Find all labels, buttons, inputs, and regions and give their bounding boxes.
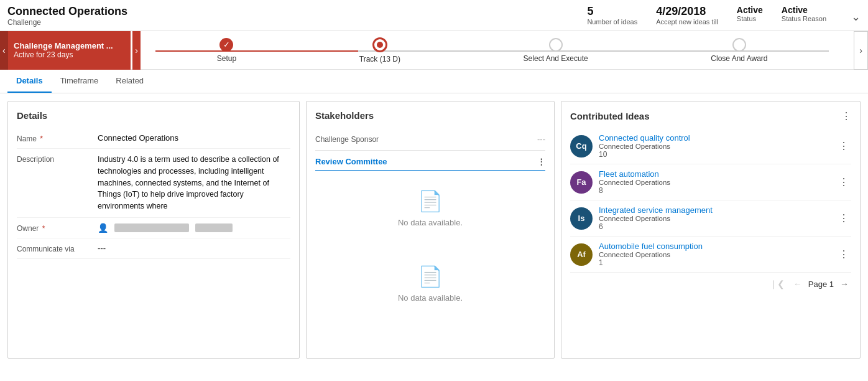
progress-next-button[interactable]: ›: [854, 31, 868, 70]
step-circle-close: [732, 38, 746, 52]
idea-row[interactable]: Fa Fleet automation Connected Operations…: [570, 164, 851, 200]
page-first-button[interactable]: ❘❮: [767, 278, 787, 290]
step-circle-select: [549, 38, 563, 52]
idea-menu-button[interactable]: ⋮: [836, 211, 851, 225]
review-committee-menu[interactable]: ⋮: [537, 157, 545, 166]
checkmark-icon: [223, 40, 230, 49]
idea-info: Fleet automation Connected Operations 8: [599, 169, 830, 195]
idea-sub: Connected Operations: [599, 143, 830, 150]
ideas-panel-menu[interactable]: ⋮: [841, 110, 851, 122]
details-panel-title: Details: [17, 110, 290, 121]
step-circle-setup: [219, 38, 233, 52]
page-title: Connected Operations: [7, 5, 127, 18]
idea-info: Automobile fuel consumption Connected Op…: [599, 242, 830, 267]
page-next-button[interactable]: →: [838, 278, 851, 290]
sponsor-value: ---: [537, 134, 545, 144]
idea-name[interactable]: Connected quality control: [599, 133, 830, 143]
field-value-description[interactable]: Industry 4.0 is a term used to describe …: [98, 154, 290, 212]
tab-bar: Details Timeframe Related: [0, 70, 868, 93]
idea-count: 10: [599, 150, 830, 159]
idea-menu-button[interactable]: ⋮: [836, 139, 851, 153]
progress-sidebar: ‹ Challenge Management ... Active for 23…: [0, 31, 131, 70]
stakeholders-panel: Stakeholders Challenge Sponsor --- Revie…: [306, 101, 555, 359]
owner-name-blurred: [114, 223, 189, 232]
step-label-close: Close And Award: [711, 54, 767, 63]
page-prev-button[interactable]: ←: [791, 278, 805, 290]
idea-avatar: Fa: [570, 171, 593, 194]
step-select[interactable]: Select And Execute: [524, 38, 588, 63]
progress-subtitle: Active for 23 days: [14, 50, 123, 59]
idea-row[interactable]: Is Integrated service management Connect…: [570, 200, 851, 237]
idea-count: 6: [599, 222, 830, 231]
page-subtitle: Challenge: [7, 18, 127, 27]
owner-row: 👤: [98, 223, 290, 233]
status-item: Active Status: [737, 5, 763, 22]
progress-track: Setup Track (13 D) Select And Execute Cl…: [131, 31, 854, 70]
idea-avatar: Cq: [570, 135, 593, 158]
tab-timeframe[interactable]: Timeframe: [52, 70, 108, 93]
idea-count: 8: [599, 186, 830, 195]
progress-line-active: [155, 50, 358, 52]
idea-row[interactable]: Cq Connected quality control Connected O…: [570, 128, 851, 164]
progress-prev-button[interactable]: ‹: [0, 31, 8, 70]
owner-name-blurred-2: [195, 223, 233, 232]
header: Connected Operations Challenge 5 Number …: [0, 0, 868, 31]
idea-info: Connected quality control Connected Oper…: [599, 133, 830, 159]
review-committee-no-data: 📄 No data available.: [315, 171, 545, 246]
progress-title: Challenge Management ...: [14, 41, 123, 50]
review-committee-label: Review Committee: [315, 157, 387, 166]
review-committee-section: Review Committee ⋮: [315, 151, 545, 171]
field-label-owner: Owner *: [17, 223, 98, 233]
status-group: Active Status Active Status Reason: [737, 5, 826, 22]
field-label-name: Name *: [17, 133, 98, 143]
progress-sidebar-next-button[interactable]: ›: [132, 31, 141, 70]
sponsor-label: Challenge Sponsor: [315, 135, 537, 144]
idea-name[interactable]: Automobile fuel consumption: [599, 242, 830, 251]
ideas-panel-title: Contributed Ideas: [570, 111, 650, 121]
no-data-text-committee: No data available.: [398, 218, 463, 227]
idea-menu-button[interactable]: ⋮: [836, 175, 851, 189]
idea-sub: Connected Operations: [599, 215, 830, 222]
step-label-select: Select And Execute: [524, 54, 588, 63]
field-value-name[interactable]: Connected Operations: [98, 133, 290, 143]
no-data-icon-committee: 📄: [418, 189, 443, 213]
required-mark-owner: *: [40, 224, 45, 233]
idea-row[interactable]: Af Automobile fuel consumption Connected…: [570, 237, 851, 273]
accept-date: 4/29/2018 Accept new ideas till: [656, 5, 718, 26]
contributed-ideas-panel: Contributed Ideas ⋮ Cq Connected quality…: [561, 101, 861, 359]
progress-section: ‹ Challenge Management ... Active for 23…: [0, 31, 868, 70]
details-panel: Details Name * Connected Operations Desc…: [7, 101, 300, 359]
idea-name[interactable]: Integrated service management: [599, 205, 830, 215]
idea-sub: Connected Operations: [599, 179, 830, 186]
required-mark: *: [38, 134, 43, 143]
step-track[interactable]: Track (13 D): [359, 37, 400, 64]
idea-info: Integrated service management Connected …: [599, 205, 830, 231]
field-owner: Owner * 👤: [17, 218, 290, 238]
ideas-list: Cq Connected quality control Connected O…: [570, 128, 851, 273]
field-name: Name * Connected Operations: [17, 128, 290, 149]
idea-count: 1: [599, 258, 830, 267]
idea-menu-button[interactable]: ⋮: [836, 247, 851, 261]
tab-related[interactable]: Related: [107, 70, 152, 93]
no-data-text-sponsor: No data available.: [398, 293, 463, 303]
tab-details[interactable]: Details: [7, 70, 52, 93]
person-icon: 👤: [98, 223, 108, 233]
step-close[interactable]: Close And Award: [711, 38, 767, 63]
field-label-communicate: Communicate via: [17, 243, 98, 253]
sponsor-row: Challenge Sponsor ---: [315, 128, 545, 151]
step-setup[interactable]: Setup: [217, 38, 236, 63]
field-communicate: Communicate via ---: [17, 238, 290, 259]
field-description: Description Industry 4.0 is a term used …: [17, 149, 290, 218]
idea-name[interactable]: Fleet automation: [599, 169, 830, 179]
step-label-track: Track (13 D): [359, 55, 400, 64]
ideas-count: 5 Number of ideas: [587, 5, 637, 26]
field-value-owner[interactable]: 👤: [98, 223, 290, 233]
expand-icon[interactable]: ⌄: [851, 10, 861, 24]
step-label-setup: Setup: [217, 54, 236, 63]
sponsor-no-data: 📄 No data available.: [315, 246, 545, 321]
page-label: Page 1: [808, 280, 834, 289]
step-circle-track: [372, 37, 387, 52]
header-right: 5 Number of ideas 4/29/2018 Accept new i…: [587, 5, 861, 26]
field-value-communicate[interactable]: ---: [98, 243, 290, 253]
stakeholders-panel-title: Stakeholders: [315, 110, 545, 121]
